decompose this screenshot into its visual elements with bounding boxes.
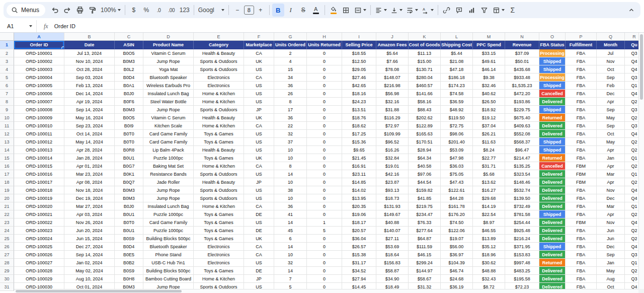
- cell[interactable]: 10: [274, 178, 307, 186]
- cell[interactable]: Yoga Mat: [143, 65, 194, 74]
- cell[interactable]: Home & Kitchen: [194, 275, 244, 283]
- cell[interactable]: Delivered: [539, 170, 566, 178]
- cell[interactable]: ORD-100020: [14, 202, 64, 210]
- cell[interactable]: Delivered: [539, 202, 566, 210]
- cell[interactable]: Mar 23, 2024: [64, 170, 115, 178]
- cell[interactable]: 45: [274, 227, 307, 235]
- cell[interactable]: 0: [307, 98, 342, 106]
- cell[interactable]: Delivered: [539, 275, 566, 283]
- cell[interactable]: B0S9: [115, 267, 143, 275]
- cell[interactable]: $98.06: [441, 130, 473, 138]
- cell[interactable]: ORD-100011: [14, 130, 64, 138]
- cell[interactable]: $47.98: [441, 154, 473, 162]
- cell[interactable]: Jade Roller: [143, 178, 194, 186]
- name-box[interactable]: A1: [0, 23, 36, 29]
- cell[interactable]: B0M3: [115, 186, 143, 194]
- cell[interactable]: $23.87: [376, 178, 409, 186]
- cell[interactable]: 10: [274, 251, 307, 259]
- cell[interactable]: DE: [244, 210, 274, 218]
- cell[interactable]: Sports & Outdoors: [194, 194, 244, 202]
- cell[interactable]: Jul: [597, 49, 625, 57]
- cell[interactable]: $299.24: [409, 259, 441, 267]
- cell[interactable]: CA: [244, 251, 274, 259]
- column-header-e[interactable]: E: [194, 33, 244, 41]
- cell[interactable]: ORD-100008: [14, 106, 64, 114]
- vertical-align-dropdown[interactable]: [389, 4, 404, 17]
- cell[interactable]: $122.06: [441, 227, 473, 235]
- cell[interactable]: Building Blocks 500pc: [143, 267, 194, 275]
- cell[interactable]: FBA: [566, 146, 597, 154]
- cell[interactable]: $1,535.23: [505, 82, 539, 90]
- cell[interactable]: $29.68: [473, 194, 505, 202]
- cell[interactable]: Shipped: [539, 243, 566, 251]
- cell[interactable]: Month: [597, 41, 625, 49]
- cell[interactable]: B0H8: [115, 275, 143, 283]
- cell[interactable]: $14.19: [473, 202, 505, 210]
- cell[interactable]: 0: [307, 122, 342, 130]
- cell[interactable]: Delivered: [539, 251, 566, 259]
- cell[interactable]: $139.50: [505, 194, 539, 202]
- fill-color-button[interactable]: [328, 4, 340, 17]
- cell[interactable]: ORD-100009: [14, 114, 64, 122]
- row-number[interactable]: 4: [0, 65, 14, 74]
- cell[interactable]: ORD-100017: [14, 178, 64, 186]
- cell[interactable]: Toys & Games: [194, 130, 244, 138]
- cell[interactable]: 26: [274, 90, 307, 98]
- cell[interactable]: US: [244, 130, 274, 138]
- cell[interactable]: Vitamin C Serum: [143, 114, 194, 122]
- cell[interactable]: Card Game Family: [143, 130, 194, 138]
- cell[interactable]: Nov: [597, 57, 625, 65]
- cell[interactable]: UK: [244, 235, 274, 243]
- cell[interactable]: Sports & Outdoors: [194, 106, 244, 114]
- cell[interactable]: ASIN: [115, 41, 143, 49]
- cell[interactable]: 0: [307, 275, 342, 283]
- cell[interactable]: Phone Stand: [143, 251, 194, 259]
- cell[interactable]: $144.97: [409, 267, 441, 275]
- borders-button[interactable]: [340, 4, 352, 17]
- cell[interactable]: $96.47: [505, 146, 539, 154]
- cell[interactable]: Sep: [597, 74, 625, 82]
- cell[interactable]: Toys & Games: [194, 235, 244, 243]
- cell[interactable]: Delivered: [539, 122, 566, 130]
- cell[interactable]: $93.13: [376, 186, 409, 194]
- column-header-q[interactable]: Q: [597, 33, 625, 41]
- cell[interactable]: Amazon Fees: [376, 41, 409, 49]
- cell[interactable]: $109.99: [376, 130, 409, 138]
- cell[interactable]: $216.98: [376, 82, 409, 90]
- column-header-h[interactable]: H: [307, 33, 342, 41]
- cell[interactable]: $20.57: [342, 227, 376, 235]
- column-header-l[interactable]: L: [441, 33, 473, 41]
- row-number[interactable]: 13: [0, 138, 14, 146]
- cell[interactable]: $16.27: [473, 186, 505, 194]
- cell[interactable]: Sports & Outdoors: [194, 57, 244, 65]
- cell[interactable]: Dec 14, 2024: [64, 90, 115, 98]
- cell[interactable]: FBA: [566, 202, 597, 210]
- cell[interactable]: $21.45: [342, 154, 376, 162]
- cell[interactable]: Toys & Games: [194, 154, 244, 162]
- row-number[interactable]: 16: [0, 162, 14, 170]
- cell[interactable]: Vitamin C Serum: [143, 49, 194, 57]
- cell[interactable]: $17.25: [342, 130, 376, 138]
- cell[interactable]: $22.77: [473, 154, 505, 162]
- cell[interactable]: Oct 14, 2024: [64, 130, 115, 138]
- cell[interactable]: $15.36: [342, 138, 376, 146]
- cell[interactable]: Health & Beauty: [194, 178, 244, 186]
- cell[interactable]: $135.25: [505, 162, 539, 170]
- cell[interactable]: FBA: [566, 122, 597, 130]
- cell[interactable]: $214.47: [505, 154, 539, 162]
- row-number[interactable]: 19: [0, 186, 14, 194]
- column-header-i[interactable]: I: [342, 33, 376, 41]
- cell[interactable]: Sep: [597, 122, 625, 130]
- cell[interactable]: US: [244, 186, 274, 194]
- cell[interactable]: $58.16: [409, 98, 441, 106]
- cell[interactable]: $14.85: [342, 178, 376, 186]
- cell[interactable]: FBA: [566, 267, 597, 275]
- cell[interactable]: US: [244, 82, 274, 90]
- cell[interactable]: $8.97: [473, 218, 505, 227]
- cell[interactable]: Feb: [597, 82, 625, 90]
- cell[interactable]: $64.87: [409, 235, 441, 243]
- cell[interactable]: US: [244, 98, 274, 106]
- row-number[interactable]: 7: [0, 90, 14, 98]
- cell[interactable]: $130.71: [409, 65, 441, 74]
- cell[interactable]: $18.73: [376, 194, 409, 202]
